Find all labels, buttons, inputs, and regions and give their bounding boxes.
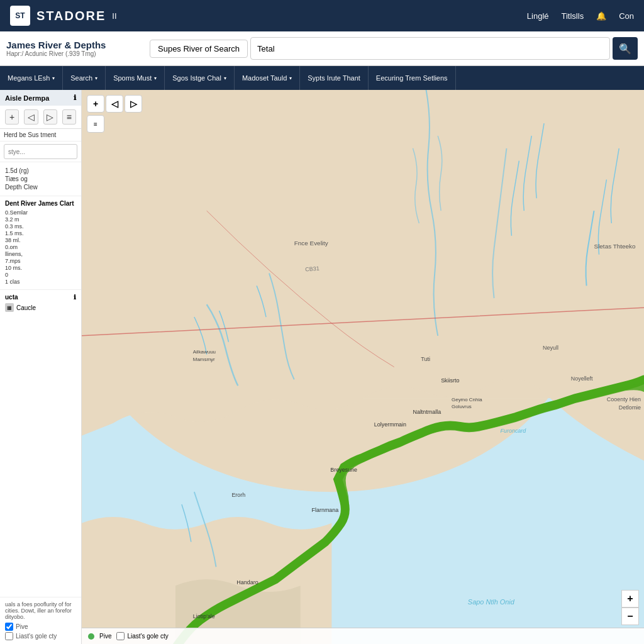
svg-text:Fnce Evelity: Fnce Evelity [294,240,328,247]
arrow-left-button[interactable]: ◁ [106,95,123,113]
search-icon: 🔍 [619,43,631,55]
panel-back-button[interactable]: ◁ [24,109,38,125]
arrow-right-button[interactable]: ▷ [125,95,142,113]
chevron-down-icon: ▾ [289,75,292,81]
status-bar: Pive Liast's gole cty [82,628,644,644]
chart-row-2: 0.3 ms. [5,223,76,230]
svg-text:Sletas Thteeko: Sletas Thteeko [594,243,636,250]
logo-area: ST STADORE II [10,6,117,26]
left-panel-footer: uals a foes pooflurity of for cities. Do… [0,597,81,644]
svg-text:Skiisrto: Skiisrto [441,377,459,384]
chart-title: Dent River James Clart [5,200,76,207]
map-zoom-out[interactable]: − [621,608,639,625]
svg-text:Ailkawuuu: Ailkawuuu [193,349,216,355]
checkbox2-input[interactable] [5,632,13,640]
toolbar-item[interactable]: Spoms Must▾ [106,66,165,90]
chart-row-3: 1.5 ms. [5,230,76,236]
svg-text:CB31: CB31 [305,265,319,273]
svg-text:Lolyermmain: Lolyermmain [374,421,406,428]
chevron-down-icon: ▾ [52,75,55,81]
places-icon: ▦ [5,303,14,312]
toolbar-item[interactable]: Sypts Irute Thant [300,66,369,90]
bottom-checkboxes: Pive Liast's gole cty [5,620,76,640]
left-panel-header: Aisle Dermpa ℹ [0,90,81,106]
svg-text:Breyesurie: Breyesurie [330,467,357,473]
map-area[interactable]: + ◁ ▷ ≡ + − [82,90,644,644]
toolbar: Megans LEsh▾Search▾Spoms Must▾Sgos Istge… [0,66,644,90]
chart-row-8: 10 ms. [5,265,76,271]
toolbar-item[interactable]: Megans LEsh▾ [0,66,63,90]
map-svg: Fnce Evelity Sletas Thteeko Skiisrto Nal… [82,90,644,644]
subheader: James River & Depths Hapr:/ Acdunic Rive… [0,31,644,66]
search-type-button[interactable]: Supes River of Search [150,40,248,58]
footer-text: uals a foes pooflurity of for cities. Do… [5,601,76,620]
panel-menu-button[interactable]: ≡ [62,109,76,125]
chart-row-6: llinens, [5,251,76,257]
user-menu[interactable]: Con [619,11,634,21]
svg-text:Tuti: Tuti [421,356,430,362]
chart-row-5: 0.om [5,244,76,250]
header-link1[interactable]: Linglé [527,11,549,21]
checkbox2-label[interactable]: Liast's gole cty [5,632,76,640]
page-title-area: James River & Depths Hapr:/ Acdunic Rive… [6,40,145,57]
svg-text:Sapo Ntlh Onid: Sapo Ntlh Onid [468,598,515,606]
checkbox1-input[interactable] [5,623,13,631]
panel-text1: Herd be Sus tment [4,131,56,138]
status-dot [88,633,94,640]
chevron-down-icon: ▾ [224,75,226,81]
chevron-down-icon: ▾ [154,75,157,81]
chart-section: Dent River James Clart 0.Semlar 3.2 m 0.… [0,196,81,290]
app-title-suffix: II [112,11,116,21]
search-input[interactable] [250,37,610,60]
checkbox2-text: Liast's gole cty [16,633,57,640]
left-panel: Aisle Dermpa ℹ + ◁ ▷ ≡ Herd be Sus tment… [0,90,82,644]
hamburger-button[interactable]: ≡ [87,115,104,133]
svg-text:Flarnmana: Flarnmana [312,507,339,513]
search-submit-button[interactable]: 🔍 [613,37,638,60]
stats-section: 1.5d (rg) Tiæs og Depth Clew [0,162,81,196]
page-main-title: James River & Depths [6,40,145,50]
search-area: Supes River of Search 🔍 [150,37,638,60]
svg-text:Furoncard: Furoncard [501,428,527,434]
svg-text:Detlomie: Detlomie [619,404,641,411]
map-zoom-in[interactable]: + [621,590,639,608]
panel-search-input[interactable] [4,144,77,159]
map-controls: + ◁ ▷ ≡ [87,95,142,133]
svg-text:Naltntmalla: Naltntmalla [413,409,441,415]
header-link2[interactable]: Titlslls [562,11,584,21]
panel-header-label: Aisle Dermpa [5,94,49,102]
map-zoom-controls: + − [621,590,639,625]
svg-text:Handaro: Handaro [236,579,258,586]
status-checkbox-label[interactable]: Liast's gole cty [116,632,168,640]
panel-forward-button[interactable]: ▷ [43,109,57,125]
panel-plus-button[interactable]: + [5,109,19,125]
zoom-in-button[interactable]: + [87,95,104,113]
panel-info-icon[interactable]: ℹ [74,94,76,102]
svg-text:Goluvrus: Goluvrus [452,404,472,409]
places-item[interactable]: ▦ Caucle [5,303,76,312]
toolbar-item[interactable]: Madoset Tauld▾ [235,66,300,90]
app-header: ST STADORE II Linglé Titlslls 🔔 Con [0,0,644,31]
toolbar-item[interactable]: Eecuring Trem Setliens [369,66,456,90]
toolbar-item[interactable]: Search▾ [63,66,106,90]
toolbar-item[interactable]: Sgos Istge Chal▾ [165,66,235,90]
panel-search-area [0,142,81,162]
stat-item-2: Depth Clew [5,184,76,191]
checkbox1-label[interactable]: Pive [5,623,76,631]
main-area: Aisle Dermpa ℹ + ◁ ▷ ≡ Herd be Sus tment… [0,90,644,644]
svg-text:Mamsmyr: Mamsmyr [193,357,215,362]
chart-row-10: 1 clas [5,279,76,285]
chart-row-0: 0.Semlar [5,209,76,216]
svg-text:Erorh: Erorh [231,492,245,498]
notification-icon[interactable]: 🔔 [596,11,606,21]
header-nav: Linglé Titlslls 🔔 Con [527,11,634,21]
svg-text:Neyull: Neyull [543,345,558,351]
status-checkbox[interactable] [116,632,125,640]
page-sub-title: Hapr:/ Acdunic River (.939 Tmg) [6,50,145,57]
svg-text:Cooenty Hien: Cooenty Hien [607,396,641,402]
places-header: ucta ℹ [5,294,76,301]
app-title: STADORE [36,9,106,23]
places-info-icon[interactable]: ℹ [74,294,76,301]
stat-item-1: Tiæs og [5,175,76,182]
places-section: ucta ℹ ▦ Caucle [0,290,81,316]
